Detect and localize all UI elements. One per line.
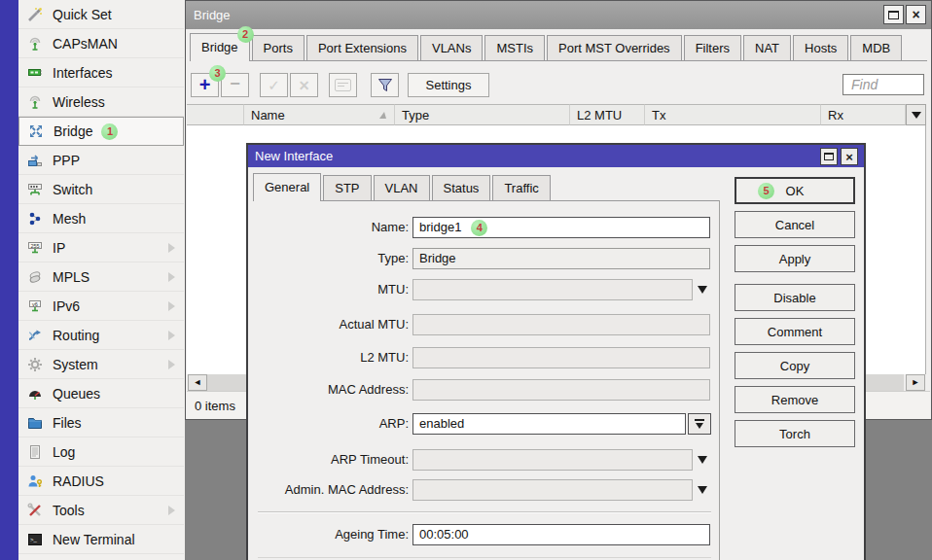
sidebar-item-queues[interactable]: Queues — [18, 379, 184, 408]
close-button[interactable]: × — [906, 5, 926, 24]
sidebar-item-quick-set[interactable]: Quick Set — [18, 0, 184, 29]
sidebar-item-mpls[interactable]: MPLS — [18, 262, 184, 292]
sidebar-item-label: MPLS — [53, 269, 90, 285]
enable-button[interactable]: ✓ — [260, 73, 288, 97]
add-button[interactable]: + 3 — [191, 73, 219, 97]
sidebar-item-tools[interactable]: Tools — [18, 496, 184, 525]
tab-nat[interactable]: NAT — [743, 35, 791, 60]
torch-button[interactable]: Torch — [735, 420, 855, 447]
sidebar-item-label: Quick Set — [53, 7, 112, 22]
scroll-left-button[interactable]: ◄ — [188, 374, 207, 391]
sidebar-item-ip[interactable]: 255 IP — [18, 233, 184, 262]
bridge-window-titlebar[interactable]: Bridge — [186, 1, 931, 29]
mtu-field[interactable] — [412, 279, 693, 300]
sidebar-item-new-terminal[interactable]: >_ New Terminal — [18, 525, 184, 554]
tab-mdb[interactable]: MDB — [850, 35, 902, 60]
sidebar-item-ppp[interactable]: PPP — [18, 146, 184, 175]
maximize-button[interactable] — [883, 5, 904, 24]
chevron-down-icon[interactable] — [698, 486, 707, 494]
chevron-down-icon[interactable] — [698, 456, 707, 464]
comment-button[interactable]: Comment — [735, 318, 855, 345]
sidebar-item-bridge[interactable]: Bridge 1 — [18, 117, 184, 146]
tab-bridge[interactable]: Bridge2 — [190, 33, 250, 61]
settings-button[interactable]: Settings — [408, 73, 489, 97]
cancel-button[interactable]: Cancel — [735, 211, 855, 238]
ageing-time-field[interactable]: 00:05:00 — [412, 524, 710, 545]
dialog-close-button[interactable]: × — [841, 148, 858, 165]
sidebar-item-capsman[interactable]: CAPsMAN — [18, 29, 184, 58]
sidebar-item-files[interactable]: Files — [18, 408, 184, 438]
column-header-rx[interactable]: Rx — [821, 104, 906, 125]
column-header-tx[interactable]: Tx — [645, 104, 821, 125]
close-icon: × — [912, 8, 919, 21]
sidebar-item-wireless[interactable]: Wireless — [18, 88, 184, 117]
tab-vlans[interactable]: VLANs — [420, 35, 483, 60]
find-placeholder: Find — [851, 77, 878, 92]
arp-dropdown-button[interactable] — [688, 413, 711, 435]
tab-mstis[interactable]: MSTIs — [484, 35, 545, 60]
l2-mtu-label: L2 MTU: — [248, 347, 409, 368]
tab-traffic[interactable]: Traffic — [492, 175, 550, 200]
disable-button[interactable]: Disable — [735, 284, 855, 311]
tab-port-extensions[interactable]: Port Extensions — [306, 35, 418, 60]
dialog-maximize-button[interactable] — [820, 148, 838, 165]
chevron-down-icon[interactable] — [698, 286, 707, 294]
sidebar-item-label: Switch — [53, 182, 92, 197]
antenna-icon — [26, 94, 44, 110]
svg-text:255: 255 — [30, 242, 39, 248]
sidebar-item-interfaces[interactable]: Interfaces — [18, 58, 184, 88]
column-header-name[interactable]: Name — [244, 104, 395, 125]
find-input[interactable]: Find — [842, 74, 924, 95]
column-header-type[interactable]: Type — [395, 104, 570, 125]
bridge-window-tabstrip: Bridge2 Ports Port Extensions VLANs MSTI… — [190, 33, 927, 61]
scroll-right-button[interactable]: ► — [906, 374, 925, 391]
sidebar-item-label: Wireless — [53, 94, 105, 110]
user-key-icon — [26, 473, 44, 489]
tab-hosts[interactable]: Hosts — [793, 35, 848, 60]
name-field[interactable]: bridge1 4 — [412, 217, 710, 238]
sidebar-item-switch[interactable]: Switch — [18, 175, 184, 204]
sidebar-item-label: PPP — [53, 153, 80, 168]
tab-filters[interactable]: Filters — [684, 35, 741, 60]
dialog-titlebar[interactable]: New Interface — [248, 145, 864, 167]
divider — [719, 200, 720, 560]
tab-stp[interactable]: STP — [323, 175, 371, 200]
sidebar-item-routing[interactable]: Routing — [18, 321, 184, 350]
sidebar-item-label: New Terminal — [53, 532, 135, 547]
arrow-right-icon: ► — [912, 378, 920, 387]
sidebar-item-mesh[interactable]: Mesh — [18, 204, 184, 233]
dialog-title: New Interface — [255, 149, 333, 163]
column-header-l2mtu[interactable]: L2 MTU — [570, 104, 645, 125]
annotation-badge-5: 5 — [758, 183, 774, 199]
arp-timeout-field[interactable] — [412, 449, 693, 471]
tab-general[interactable]: General — [253, 173, 321, 201]
sidebar-item-radius[interactable]: RADIUS — [18, 467, 184, 496]
tab-vlan[interactable]: VLAN — [374, 175, 430, 200]
arp-select[interactable]: enabled — [412, 413, 686, 435]
sidebar-item-label: Bridge — [54, 123, 92, 139]
sidebar-item-ipv6[interactable]: v6 IPv6 — [18, 292, 184, 321]
apply-button[interactable]: Apply — [735, 245, 855, 272]
admin-mac-address-field[interactable] — [412, 479, 693, 501]
remove-button[interactable]: Remove — [735, 386, 855, 413]
sidebar-item-log[interactable]: Log — [18, 438, 184, 467]
annotation-badge-3: 3 — [209, 65, 226, 82]
ok-button[interactable]: 5 OK — [735, 177, 855, 204]
sidebar-item-label: IP — [53, 240, 65, 256]
column-header-empty[interactable] — [187, 104, 244, 125]
sidebar-item-system[interactable]: System — [18, 350, 184, 379]
mac-address-label: MAC Address: — [248, 379, 409, 401]
copy-button[interactable]: Copy — [735, 352, 855, 379]
filter-button[interactable] — [371, 73, 399, 97]
tab-port-mst-overrides[interactable]: Port MST Overrides — [547, 35, 682, 60]
tab-status[interactable]: Status — [432, 175, 491, 200]
comment-icon — [335, 79, 351, 91]
column-select-button[interactable] — [906, 104, 926, 125]
tab-ports[interactable]: Ports — [252, 35, 305, 60]
filter-funnel-icon — [377, 78, 393, 92]
disable-button[interactable]: ✕ — [290, 73, 318, 97]
actual-mtu-label: Actual MTU: — [248, 314, 409, 335]
maximize-icon — [824, 153, 834, 160]
mtu-label: MTU: — [248, 279, 409, 300]
comment-button[interactable] — [329, 73, 357, 97]
